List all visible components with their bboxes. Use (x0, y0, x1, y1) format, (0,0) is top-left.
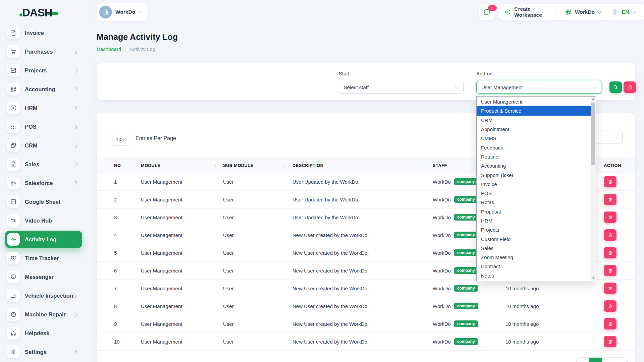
cell-time: 10 months ago (505, 321, 604, 327)
addon-filter-label: Add-on (476, 71, 492, 76)
addon-option[interactable]: Rotas (477, 198, 591, 207)
entries-per-page-select[interactable]: 10 (111, 133, 130, 145)
sidebar-item-label: Machine Repair (25, 311, 66, 318)
sort-icon[interactable]: ↑↓ (423, 163, 425, 167)
sidebar-item-activity-log[interactable]: Activity Log (5, 231, 82, 248)
sidebar-item-settings[interactable]: Settings (5, 343, 82, 361)
company-badge: company (454, 196, 478, 203)
sidebar-item-icon (7, 26, 20, 39)
sidebar-item-helpdesk[interactable]: Helpdesk (5, 324, 82, 342)
sidebar-item-invoice[interactable]: Invoice (5, 24, 82, 42)
sidebar-item-accounting[interactable]: Accounting (5, 80, 82, 98)
pagination-page-button[interactable]: 2 (602, 358, 614, 362)
cell-sub-module: User (223, 286, 292, 291)
cell-action (604, 247, 622, 258)
sidebar-item-pos[interactable]: POS (5, 118, 82, 135)
scroll-down-icon[interactable] (591, 276, 596, 281)
column-header[interactable]: NO ↑↓ (114, 163, 141, 168)
cell-action (604, 212, 622, 223)
delete-button[interactable] (604, 265, 616, 276)
sidebar-item-projects[interactable]: Projects (5, 62, 82, 79)
sidebar-item-messenger[interactable]: Messenger (5, 268, 82, 286)
delete-button[interactable] (604, 300, 616, 312)
search-button[interactable] (609, 81, 622, 93)
reset-log-button[interactable] (624, 81, 636, 93)
sidebar-item-machine-repair[interactable]: Machine Repair (5, 306, 82, 323)
chevron-down-icon (455, 84, 459, 89)
sidebar: DASH Invoice Purchases Projects (0, 0, 87, 362)
delete-button[interactable] (604, 247, 616, 258)
scrollbar-thumb[interactable] (591, 103, 595, 165)
pagination-prev-button[interactable]: ‹ (577, 358, 589, 362)
addon-option[interactable]: Proposal (477, 207, 591, 216)
delete-button[interactable] (604, 176, 616, 187)
cell-description: User Updated by the WorkDo. (292, 197, 433, 202)
addon-select-value: User Management (481, 84, 523, 90)
addon-option[interactable]: Notes (477, 271, 591, 280)
pagination-next-button[interactable]: › (614, 358, 627, 362)
addon-option[interactable]: Product & Service (477, 106, 591, 115)
addon-option[interactable]: Accounting (477, 161, 591, 170)
addon-option[interactable]: Support Ticket (477, 170, 591, 179)
delete-button[interactable] (604, 318, 616, 329)
addon-option[interactable]: Invoice (477, 180, 591, 189)
column-header[interactable]: DESCRIPTION ↑↓ (292, 163, 433, 168)
sidebar-item-crm[interactable]: CRM (5, 137, 82, 154)
sidebar-item-purchases[interactable]: Purchases (5, 43, 82, 60)
sidebar-item-label: Accounting (25, 86, 55, 93)
cell-module: User Management (141, 286, 223, 291)
addon-option[interactable]: Contract (477, 262, 591, 271)
chevron-right-icon (73, 87, 77, 92)
trash-icon (608, 233, 613, 238)
delete-button[interactable] (604, 229, 616, 241)
addon-option[interactable]: CRM (477, 116, 591, 125)
addon-option[interactable]: HRM (477, 216, 591, 225)
pagination-page-button[interactable]: 1 (589, 358, 602, 362)
column-header[interactable]: MODULE ↑↓ (141, 163, 223, 168)
addon-option[interactable]: Appointment (477, 125, 591, 134)
sidebar-item-time-tracker[interactable]: Time Tracker (5, 249, 82, 267)
scroll-up-icon[interactable] (591, 97, 596, 102)
cell-module: User Management (141, 321, 223, 327)
sort-icon[interactable]: ↑↓ (213, 163, 216, 167)
trash-icon (608, 215, 613, 220)
sort-icon[interactable]: ↑↓ (283, 163, 285, 167)
staff-select[interactable]: Select staff (339, 81, 464, 94)
addon-option[interactable]: Sales (477, 244, 591, 253)
addon-select[interactable]: User Management (476, 81, 601, 94)
addon-option[interactable]: Projects (477, 225, 591, 234)
sidebar-item-salesforce[interactable]: Salesforce (5, 174, 82, 192)
table-row: 10 User Management User New User created… (97, 333, 635, 351)
delete-button[interactable] (604, 212, 616, 223)
language-selector[interactable]: EN (602, 4, 644, 20)
sidebar-item-hrm[interactable]: HRM (5, 99, 82, 117)
dash-logo[interactable]: DASH (22, 5, 58, 20)
delete-button[interactable] (604, 194, 616, 205)
chevron-right-icon (73, 350, 77, 354)
sidebar-item-icon (7, 270, 20, 283)
create-workspace-button[interactable]: Create Workspace (499, 4, 564, 20)
file-remove-icon (627, 84, 633, 90)
sidebar-item-sales[interactable]: Sales (5, 156, 82, 173)
addon-option[interactable]: CMMS (477, 134, 591, 143)
addon-option[interactable]: Retainer (477, 152, 591, 161)
breadcrumb-dashboard-link[interactable]: Dashboard (97, 46, 121, 52)
addon-option[interactable]: Feedback (477, 143, 591, 152)
addon-option[interactable]: Custom Field (477, 234, 591, 243)
delete-button[interactable] (604, 336, 616, 347)
column-header[interactable]: SUB MODULE ↑↓ (223, 163, 292, 168)
sidebar-item-vehicle-inspection[interactable]: Vehicle Inspection (5, 287, 82, 304)
column-header[interactable]: ACTION ↑↓ (604, 163, 631, 168)
delete-button[interactable] (604, 283, 616, 294)
company-badge: company (454, 232, 478, 238)
cell-description: New User created by the WorkDo. (292, 339, 433, 345)
addon-option[interactable]: Zoom Meeting (477, 253, 591, 262)
dropdown-scrollbar[interactable] (591, 97, 596, 281)
sidebar-item-video-hub[interactable]: Video Hub (5, 212, 82, 229)
workspace-switcher[interactable]: WorkDo (97, 3, 148, 21)
sidebar-item-google-sheet[interactable]: Google Sheet (5, 193, 82, 210)
addon-option[interactable]: POS (477, 189, 591, 198)
workspace-menu[interactable]: WorkDo (557, 4, 609, 20)
addon-option[interactable]: User Management (477, 97, 591, 106)
breadcrumb: Dashboard › Activity Log (97, 46, 155, 52)
